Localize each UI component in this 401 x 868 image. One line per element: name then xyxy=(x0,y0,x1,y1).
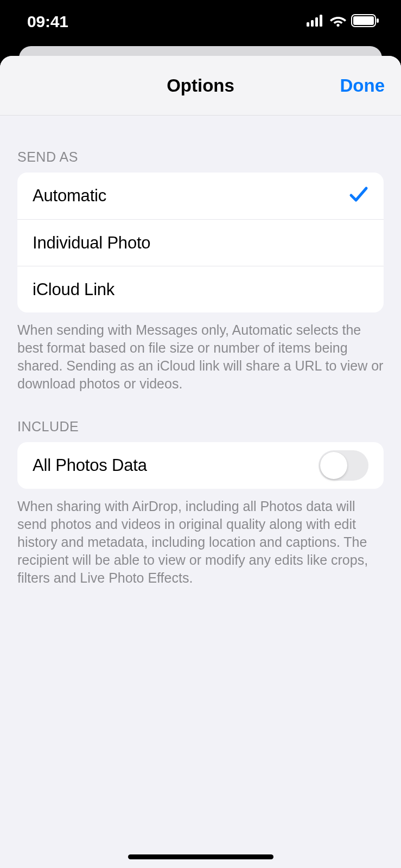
cellular-icon xyxy=(307,15,325,29)
list-group-send-as: Automatic Individual Photo iCloud Link xyxy=(17,173,384,312)
option-individual-photo[interactable]: Individual Photo xyxy=(17,219,384,266)
svg-rect-0 xyxy=(307,22,309,27)
svg-point-4 xyxy=(336,24,339,27)
section-footer-include: When sharing with AirDrop, including all… xyxy=(0,489,401,587)
option-label: Automatic xyxy=(33,186,106,206)
done-button[interactable]: Done xyxy=(340,75,385,96)
svg-rect-6 xyxy=(353,16,374,25)
status-time: 09:41 xyxy=(27,12,68,31)
toggle-switch[interactable] xyxy=(319,450,368,481)
page-title: Options xyxy=(167,75,234,96)
svg-rect-1 xyxy=(311,20,314,27)
toggle-label: All Photos Data xyxy=(33,456,147,475)
device-frame: 09:41 xyxy=(0,0,401,868)
options-sheet: Options Done SEND AS Automatic Individua… xyxy=(0,56,401,868)
sheet-body: SEND AS Automatic Individual Photo iClou… xyxy=(0,116,401,868)
section-footer-send-as: When sending with Messages only, Automat… xyxy=(0,312,401,393)
battery-icon xyxy=(351,14,379,29)
svg-rect-7 xyxy=(377,18,379,23)
sheet-header: Options Done xyxy=(0,56,401,116)
home-indicator[interactable] xyxy=(128,854,273,859)
wifi-icon xyxy=(329,15,347,29)
option-label: iCloud Link xyxy=(33,280,114,299)
toggle-thumb xyxy=(320,452,347,479)
status-bar: 09:41 xyxy=(0,0,401,43)
svg-rect-3 xyxy=(320,15,322,27)
option-label: Individual Photo xyxy=(33,233,150,253)
list-group-include: All Photos Data xyxy=(17,442,384,489)
toggle-all-photos-data[interactable]: All Photos Data xyxy=(17,442,384,489)
option-automatic[interactable]: Automatic xyxy=(17,173,384,219)
option-icloud-link[interactable]: iCloud Link xyxy=(17,266,384,312)
section-header-include: INCLUDE xyxy=(0,419,401,435)
section-header-send-as: SEND AS xyxy=(0,149,401,165)
checkmark-icon xyxy=(349,185,368,207)
svg-rect-2 xyxy=(315,17,318,27)
status-indicators xyxy=(307,14,379,29)
